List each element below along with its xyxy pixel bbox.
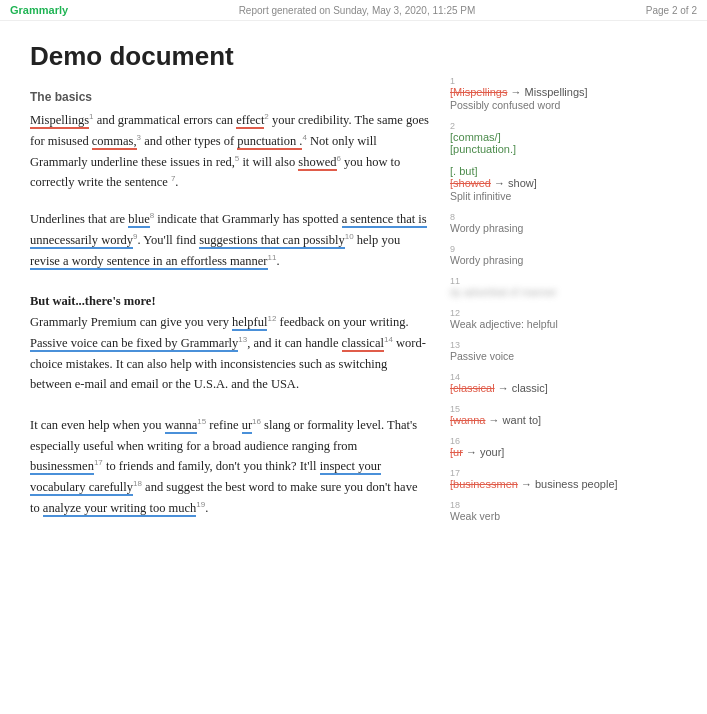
- logo: Grammarly: [10, 4, 68, 16]
- sidebar-bracket-but: [. but]: [450, 165, 650, 177]
- paragraph-3: But wait...there's more!: [30, 291, 430, 312]
- sidebar-item-17: 17 [businessmen → business people]: [450, 468, 650, 490]
- sidebar-item-13: 13 Passive voice: [450, 340, 650, 362]
- wanna-word: wanna: [165, 418, 198, 434]
- paragraph-2: Underlines that are blue8 indicate that …: [30, 209, 430, 271]
- sidebar-bracket-commas: [commas/]: [450, 131, 650, 143]
- sidebar-correction-businessmen: [businessmen → business people]: [450, 478, 650, 490]
- section-premium: But wait...there's more! Grammarly Premi…: [30, 291, 430, 394]
- punctuation-word: punctuation .: [237, 134, 302, 150]
- sidebar-correction-classical: [classical → classic]: [450, 382, 650, 394]
- helpful-word: helpful: [232, 315, 267, 331]
- sidebar-item-11: 11 dy adverbial of manner: [450, 276, 650, 298]
- paragraph-5: It can even help when you wanna15 refine…: [30, 415, 430, 519]
- sidebar-correction-ur: [ur → your]: [450, 446, 650, 458]
- sidebar-correction-1: [Mispellings → Misspellings]: [450, 86, 650, 98]
- sidebar-correction-showed: [showed → show]: [450, 177, 650, 189]
- sidebar-blurred: dy adverbial of manner: [450, 286, 650, 298]
- mispellings-word: Mispellings: [30, 113, 89, 129]
- sidebar-weak-verb: Weak verb: [450, 510, 650, 522]
- blue-word: blue: [128, 212, 150, 228]
- sidebar-passive: Passive voice: [450, 350, 650, 362]
- sidebar-item-wordy1: 8 Wordy phrasing: [450, 212, 650, 234]
- sidebar-bracket-punctuation: [punctuation.]: [450, 143, 650, 155]
- analyze-phrase: analyze your writing too much: [43, 501, 196, 517]
- sidebar-correction-wanna: [wanna → want to]: [450, 414, 650, 426]
- suggestions-phrase: suggestions that can possibly: [199, 233, 344, 249]
- effect-word: effect: [236, 113, 264, 129]
- classical-word: classical: [342, 336, 384, 352]
- main-content: Demo document The basics Mispellings1 an…: [30, 41, 450, 539]
- ur-word: ur: [242, 418, 252, 434]
- commas-word: commas,: [92, 134, 137, 150]
- section-vocab: It can even help when you wanna15 refine…: [30, 415, 430, 519]
- sidebar-item-wordy2: 9 Wordy phrasing: [450, 244, 650, 266]
- paragraph-4: Grammarly Premium can give you very help…: [30, 312, 430, 395]
- sidebar-item-1: 1 [Mispellings → Misspellings] Possibly …: [450, 76, 650, 111]
- sidebar-item-14: 14 [classical → classic]: [450, 372, 650, 394]
- sidebar-number-1: 1: [450, 76, 650, 86]
- sidebar-item-15: 15 [wanna → want to]: [450, 404, 650, 426]
- showed-word: showed: [298, 155, 336, 171]
- sidebar-label-showed: Split infinitive: [450, 190, 650, 202]
- sidebar-wordy-1: Wordy phrasing: [450, 222, 650, 234]
- section-basics: The basics Mispellings1 and grammatical …: [30, 90, 430, 271]
- report-info: Report generated on Sunday, May 3, 2020,…: [239, 5, 476, 16]
- page-number: Page 2 of 2: [646, 5, 697, 16]
- sidebar-item-16: 16 [ur → your]: [450, 436, 650, 458]
- sidebar-wordy-2: Wordy phrasing: [450, 254, 650, 266]
- paragraph-1: Mispellings1 and grammatical errors can …: [30, 110, 430, 193]
- sidebar-item-18: 18 Weak verb: [450, 500, 650, 522]
- page-title: Demo document: [30, 41, 430, 72]
- sidebar-item-12: 12 Weak adjective: helpful: [450, 308, 650, 330]
- revise-phrase: revise a wordy sentence in an effortless…: [30, 254, 268, 270]
- sidebar-item-2: 2 [commas/] [punctuation.]: [450, 121, 650, 155]
- section-title-basics: The basics: [30, 90, 430, 104]
- sidebar: 1 [Mispellings → Misspellings] Possibly …: [450, 41, 650, 539]
- businessmen-word: businessmen: [30, 459, 94, 475]
- passive-voice-phrase: Passive voice can be fixed by Grammarly: [30, 336, 238, 352]
- sidebar-item-but: [. but] [showed → show] Split infinitive: [450, 165, 650, 202]
- top-bar: Grammarly Report generated on Sunday, Ma…: [0, 0, 707, 21]
- sidebar-weak-adj: Weak adjective: helpful: [450, 318, 650, 330]
- sidebar-number-2: 2: [450, 121, 650, 131]
- sidebar-label-1: Possibly confused word: [450, 99, 650, 111]
